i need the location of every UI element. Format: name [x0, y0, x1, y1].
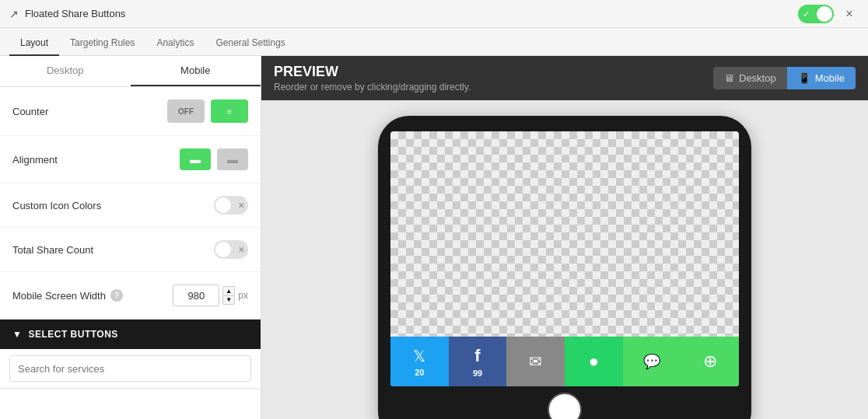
title-bar-right: ✓ ×: [798, 5, 859, 23]
whatsapp-icon: ●: [589, 351, 599, 372]
global-toggle[interactable]: ✓: [798, 5, 834, 23]
select-buttons-label: SELECT BUTTONS: [28, 329, 117, 340]
counter-controls: OFF ≡: [167, 100, 248, 123]
more-icon: ⊕: [703, 351, 717, 372]
total-share-count-label: Total Share Count: [12, 244, 93, 256]
mobile-screen-width-help-icon[interactable]: ?: [110, 289, 123, 302]
main-nav: Layout Targeting Rules Analytics General…: [0, 28, 868, 56]
email-icon: ✉: [529, 352, 542, 371]
counter-lines-icon: ≡: [227, 107, 232, 116]
width-increment-button[interactable]: ▲: [222, 286, 235, 295]
preview-header: PREVIEW Reorder or remove by clicking/dr…: [261, 56, 868, 100]
align-right-icon: ▬: [227, 153, 238, 166]
right-panel: PREVIEW Reorder or remove by clicking/dr…: [261, 56, 868, 419]
preview-content: 𝕏 20 f 99 ✉ ●: [261, 100, 868, 419]
desktop-preview-button[interactable]: 🖥 Desktop: [713, 67, 787, 89]
total-share-count-row: Total Share Count ✕: [0, 228, 261, 272]
custom-icon-colors-toggle[interactable]: ✕: [214, 196, 248, 215]
custom-icon-colors-knob: [215, 197, 231, 213]
mobile-screen-width-controls: ▲ ▼ px: [173, 285, 248, 306]
custom-icon-colors-row: Custom Icon Colors ✕: [0, 183, 261, 228]
mobile-screen-width-row: Mobile Screen Width ? ▲ ▼ px: [0, 272, 261, 319]
close-button[interactable]: ×: [840, 5, 859, 23]
mobile-screen-width-label: Mobile Screen Width: [12, 290, 106, 302]
tab-analytics[interactable]: Analytics: [145, 31, 205, 56]
width-decrement-button[interactable]: ▼: [222, 295, 235, 305]
desktop-icon: 🖥: [724, 72, 734, 84]
alignment-label: Alignment: [12, 154, 58, 166]
share-whatsapp-button[interactable]: ●: [565, 337, 623, 386]
body: Desktop Mobile Counter OFF ≡ Alignment: [0, 56, 868, 419]
share-bar: 𝕏 20 f 99 ✉ ●: [390, 337, 739, 386]
sub-tab-mobile[interactable]: Mobile: [131, 56, 261, 86]
custom-icon-colors-x-icon: ✕: [238, 201, 244, 210]
counter-off-button[interactable]: OFF: [167, 100, 205, 123]
search-input[interactable]: [9, 355, 251, 382]
share-email-button[interactable]: ✉: [506, 337, 565, 386]
preview-subtitle: Reorder or remove by clicking/dragging d…: [274, 82, 471, 93]
search-box-area: [0, 349, 261, 389]
toggle-check-icon: ✓: [803, 9, 810, 19]
phone-home-button[interactable]: [548, 393, 582, 419]
toggle-knob: [817, 6, 832, 22]
twitter-count: 20: [415, 368, 424, 377]
sub-tabs: Desktop Mobile: [0, 56, 261, 87]
sms-icon: 💬: [643, 353, 660, 370]
facebook-icon: f: [474, 346, 480, 366]
left-panel: Desktop Mobile Counter OFF ≡ Alignment: [0, 56, 261, 419]
phone-screen: 𝕏 20 f 99 ✉ ●: [390, 131, 739, 386]
px-unit-label: px: [238, 290, 248, 301]
title-bar: ↗ Floated Share Buttons ✓ ×: [0, 0, 868, 28]
share-facebook-button[interactable]: f 99: [449, 337, 507, 386]
mobile-preview-button[interactable]: 📱 Mobile: [787, 67, 856, 89]
counter-label: Counter: [12, 106, 48, 117]
device-toggle-group: 🖥 Desktop 📱 Mobile: [713, 67, 856, 89]
mobile-screen-width-input[interactable]: [173, 285, 219, 306]
counter-on-button[interactable]: ≡: [211, 100, 248, 123]
mobile-icon: 📱: [798, 72, 810, 84]
share-twitter-button[interactable]: 𝕏 20: [390, 337, 449, 386]
align-left-icon: ▬: [190, 153, 201, 166]
tab-targeting[interactable]: Targeting Rules: [59, 31, 145, 56]
app-title: Floated Share Buttons: [25, 8, 125, 19]
total-share-count-knob: [215, 242, 231, 257]
settings-area: Counter OFF ≡ Alignment ▬ ▬: [0, 87, 261, 419]
facebook-count: 99: [473, 368, 482, 378]
custom-icon-colors-label: Custom Icon Colors: [12, 200, 101, 211]
share-more-button[interactable]: ⊕: [681, 337, 739, 386]
chevron-down-icon: ▼: [12, 329, 22, 340]
align-right-button[interactable]: ▬: [217, 148, 248, 170]
tab-layout[interactable]: Layout: [9, 31, 59, 56]
align-left-button[interactable]: ▬: [180, 148, 211, 170]
phone-mockup: 𝕏 20 f 99 ✉ ●: [378, 116, 751, 419]
alignment-row: Alignment ▬ ▬: [0, 136, 261, 183]
twitter-icon: 𝕏: [413, 347, 425, 365]
share-sms-button[interactable]: 💬: [623, 337, 681, 386]
width-stepper: ▲ ▼: [222, 286, 235, 305]
preview-title: PREVIEW: [274, 64, 471, 80]
title-bar-left: ↗ Floated Share Buttons: [9, 8, 125, 20]
alignment-controls: ▬ ▬: [180, 148, 248, 170]
total-share-count-toggle[interactable]: ✕: [214, 240, 248, 259]
counter-row: Counter OFF ≡: [0, 87, 261, 136]
total-share-count-x-icon: ✕: [238, 246, 244, 254]
tab-general[interactable]: General Settings: [205, 31, 296, 56]
select-buttons-header[interactable]: ▼ SELECT BUTTONS: [0, 319, 261, 349]
preview-header-text: PREVIEW Reorder or remove by clicking/dr…: [274, 64, 471, 93]
sub-tab-desktop[interactable]: Desktop: [0, 56, 131, 86]
share-icon: ↗: [9, 8, 19, 20]
